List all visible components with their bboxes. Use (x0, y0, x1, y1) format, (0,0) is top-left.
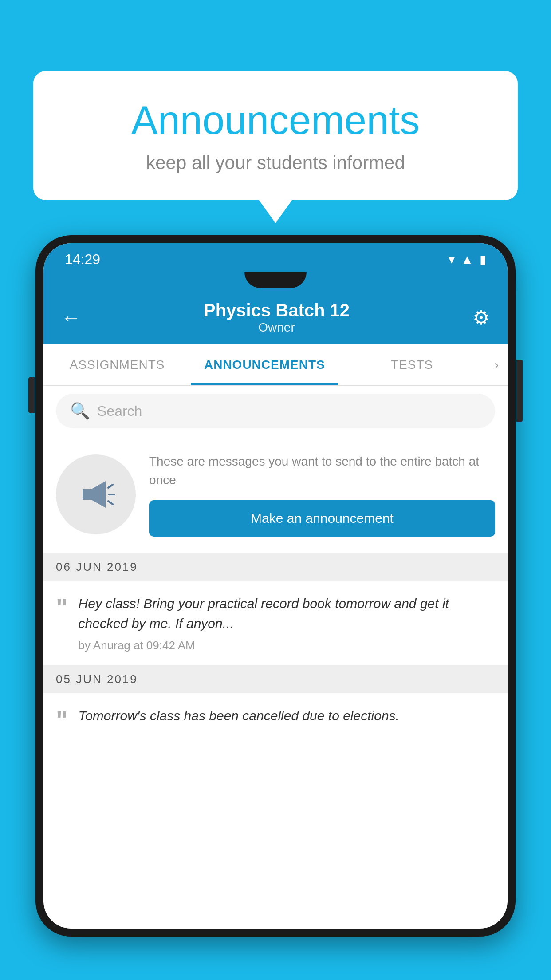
tab-announcements[interactable]: ANNOUNCEMENTS (191, 344, 338, 385)
announcements-heading: Announcements (60, 98, 491, 143)
announcement-content-1: Hey class! Bring your practical record b… (79, 593, 495, 652)
status-bar: 14:29 ▾ ▲ ▮ (43, 243, 508, 272)
tab-assignments[interactable]: ASSIGNMENTS (43, 344, 191, 385)
speech-bubble-card: Announcements keep all your students inf… (33, 71, 518, 200)
search-icon: 🔍 (70, 402, 90, 420)
phone-screen: 14:29 ▾ ▲ ▮ ← Physics Batch 12 Owner ⚙ (43, 243, 508, 929)
speech-bubble-section: Announcements keep all your students inf… (33, 71, 518, 200)
promo-description: These are messages you want to send to t… (149, 452, 495, 490)
settings-icon[interactable]: ⚙ (472, 306, 490, 329)
tab-tests[interactable]: TESTS (338, 344, 485, 385)
quote-icon-2: " (56, 707, 68, 732)
megaphone-circle (56, 454, 136, 534)
status-icons: ▾ ▲ ▮ (449, 252, 486, 267)
phone-outer-shell: 14:29 ▾ ▲ ▮ ← Physics Batch 12 Owner ⚙ (35, 235, 516, 937)
date-separator-2: 05 JUN 2019 (43, 665, 508, 693)
signal-icon: ▲ (461, 253, 473, 267)
announcement-meta-1: by Anurag at 09:42 AM (79, 639, 495, 652)
announcements-tagline: keep all your students informed (60, 152, 491, 174)
screen-content: 🔍 Search (43, 386, 508, 929)
header-center: Physics Batch 12 Owner (81, 300, 472, 335)
battery-icon: ▮ (480, 252, 486, 267)
megaphone-icon (74, 472, 118, 517)
search-placeholder-text: Search (97, 403, 142, 419)
svg-line-1 (108, 485, 113, 488)
promo-right: These are messages you want to send to t… (149, 452, 495, 537)
notch (244, 272, 307, 288)
svg-line-3 (108, 501, 113, 504)
app-header: ← Physics Batch 12 Owner ⚙ (43, 291, 508, 344)
promo-section: These are messages you want to send to t… (43, 436, 508, 553)
notch-area (43, 272, 508, 291)
date-separator-1: 06 JUN 2019 (43, 553, 508, 581)
search-container: 🔍 Search (43, 386, 508, 436)
announcement-content-2: Tomorrow's class has been cancelled due … (79, 706, 495, 726)
back-button[interactable]: ← (61, 307, 81, 329)
announcement-item-1[interactable]: " Hey class! Bring your practical record… (43, 581, 508, 665)
status-time: 14:29 (65, 251, 100, 268)
tabs-bar: ASSIGNMENTS ANNOUNCEMENTS TESTS › (43, 344, 508, 386)
make-announcement-button[interactable]: Make an announcement (149, 500, 495, 537)
announcement-item-2[interactable]: " Tomorrow's class has been cancelled du… (43, 693, 508, 741)
quote-icon-1: " (56, 595, 68, 620)
announcement-text-1: Hey class! Bring your practical record b… (79, 593, 495, 633)
announcement-text-2: Tomorrow's class has been cancelled due … (79, 706, 495, 726)
svg-marker-0 (83, 481, 106, 508)
batch-title: Physics Batch 12 (81, 300, 472, 320)
search-bar[interactable]: 🔍 Search (56, 394, 495, 428)
wifi-icon: ▾ (449, 252, 455, 267)
tab-more-icon[interactable]: › (486, 344, 508, 385)
phone-mockup: 14:29 ▾ ▲ ▮ ← Physics Batch 12 Owner ⚙ (35, 235, 516, 980)
batch-role: Owner (81, 320, 472, 335)
